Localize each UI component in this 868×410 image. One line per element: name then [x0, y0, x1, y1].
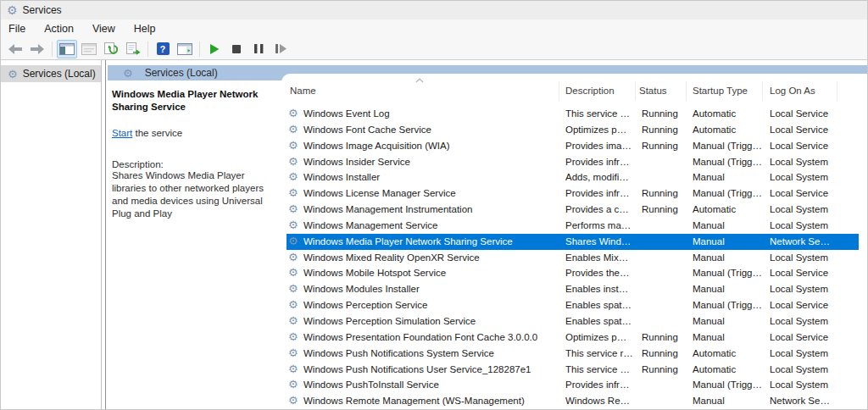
service-logon-as: Local Service — [770, 138, 865, 154]
service-gear-icon: ⚙ — [288, 202, 302, 218]
column-divider — [837, 81, 837, 101]
service-gear-icon: ⚙ — [288, 265, 302, 281]
service-description: Enables Mix… — [565, 250, 638, 266]
service-gear-icon: ⚙ — [288, 377, 302, 393]
details-pane: ⚙ Services (Local) Windows Media Player … — [105, 60, 867, 409]
table-row[interactable]: ⚙ Windows Event Log This service … Runni… — [287, 106, 859, 122]
table-row[interactable]: ⚙ Windows Presentation Foundation Font C… — [287, 330, 859, 346]
column-header-logon-as[interactable]: Log On As — [770, 86, 815, 96]
table-row[interactable]: ⚙ Windows PushToInstall Service Provides… — [287, 377, 859, 393]
properties-icon — [81, 43, 97, 55]
service-startup-type: Automatic — [693, 122, 767, 138]
properties-button[interactable] — [79, 40, 99, 58]
service-description: Optimizes p… — [565, 330, 638, 346]
service-logon-as: Local System — [770, 218, 865, 234]
forward-button[interactable] — [27, 40, 47, 58]
pause-service-button[interactable] — [248, 40, 269, 58]
help-button[interactable]: ? — [153, 40, 173, 58]
table-row[interactable]: ⚙ Windows License Manager Service Provid… — [287, 186, 859, 202]
service-logon-as: Local System — [770, 346, 865, 362]
service-startup-type: Automatic — [693, 346, 767, 362]
table-row[interactable]: ⚙ Windows Media Player Network Sharing S… — [287, 234, 859, 250]
table-row[interactable]: ⚙ Windows Mixed Reality OpenXR Service E… — [287, 250, 859, 266]
service-logon-as: Network Se… — [770, 393, 865, 409]
service-gear-icon: ⚙ — [288, 313, 302, 330]
pane-header-title: Services (Local) — [145, 67, 218, 79]
description-label: Description: — [112, 159, 281, 169]
table-row[interactable]: ⚙ Windows Push Notifications User Servic… — [287, 362, 859, 378]
service-startup-type: Manual — [693, 218, 767, 234]
table-row[interactable]: ⚙ Windows Management Instrumentation Pro… — [287, 202, 859, 218]
service-gear-icon: ⚙ — [288, 330, 302, 346]
stop-icon — [232, 45, 241, 53]
table-row[interactable]: ⚙ Windows Insider Service Provides infr…… — [287, 154, 859, 170]
service-description: Provides a c… — [565, 202, 638, 218]
service-logon-as: Local System — [770, 362, 865, 378]
column-header-description[interactable]: Description — [565, 86, 615, 96]
table-row[interactable]: ⚙ Windows Font Cache Service Optimizes p… — [287, 122, 859, 138]
service-name: Windows Image Acquisition (WIA) — [303, 138, 563, 154]
service-logon-as: Local System — [770, 313, 865, 330]
content-area: ⚙ Services (Local) ⚙ Services (Local) Wi… — [1, 60, 867, 409]
service-logon-as: Local System — [770, 202, 865, 218]
start-service-link[interactable]: Start — [112, 128, 132, 138]
service-name: Windows Perception Service — [303, 297, 563, 313]
refresh-button[interactable] — [101, 40, 121, 58]
export-list-button[interactable] — [123, 40, 143, 58]
service-name: Windows Mobile Hotspot Service — [303, 265, 563, 281]
services-gear-icon: ⚙ — [123, 68, 133, 79]
tree-item-services-local[interactable]: ⚙ Services (Local) — [1, 65, 101, 82]
restart-service-button[interactable] — [270, 40, 291, 58]
show-console-tree-button[interactable] — [57, 40, 77, 58]
table-row[interactable]: ⚙ Windows Modules Installer Enables inst… — [287, 281, 859, 297]
service-description: Performs ma… — [565, 218, 638, 234]
column-divider — [686, 81, 687, 101]
service-name: Windows Perception Simulation Service — [303, 313, 563, 330]
table-row[interactable]: ⚙ Windows Management Service Performs ma… — [287, 218, 859, 234]
services-gear-icon: ⚙ — [7, 4, 18, 16]
service-startup-type: Manual — [693, 330, 767, 346]
table-row[interactable]: ⚙ Windows Mobile Hotspot Service Provide… — [287, 265, 859, 281]
menu-view[interactable]: View — [83, 19, 125, 38]
service-startup-type: Manual — [693, 313, 767, 330]
toolbar-separator — [199, 42, 200, 57]
table-row[interactable]: ⚙ Windows Remote Management (WS-Manageme… — [287, 393, 859, 409]
service-description: Enables spat… — [565, 313, 638, 330]
table-row[interactable]: ⚙ Windows Installer Adds, modifi… Manual… — [287, 169, 859, 186]
service-startup-type: Manual — [693, 169, 767, 186]
column-header-name[interactable]: Name — [290, 86, 316, 96]
table-row[interactable]: ⚙ Windows Perception Simulation Service … — [287, 313, 859, 330]
selected-service-title: Windows Media Player Network Sharing Ser… — [112, 88, 281, 114]
refresh-icon — [104, 42, 118, 55]
back-button[interactable] — [5, 40, 25, 58]
service-name: Windows Insider Service — [303, 154, 563, 170]
service-description: Shares Wind… — [565, 234, 638, 250]
table-row[interactable]: ⚙ Windows Perception Service Enables spa… — [287, 297, 859, 313]
table-row[interactable]: ⚙ Windows Push Notifications System Serv… — [287, 346, 859, 362]
column-header-status[interactable]: Status — [639, 86, 667, 96]
column-divider — [762, 81, 763, 101]
table-row[interactable]: ⚙ Windows Image Acquisition (WIA) Provid… — [287, 138, 859, 154]
restart-icon — [275, 44, 287, 53]
service-logon-as: Local System — [770, 169, 865, 186]
service-status: Running — [642, 186, 689, 202]
service-description: Windows Re… — [565, 393, 638, 409]
service-name: Windows Remote Management (WS-Management… — [303, 393, 563, 409]
show-action-pane-button[interactable] — [175, 40, 195, 58]
menu-file[interactable]: File — [1, 19, 35, 38]
service-logon-as: Local Service — [770, 106, 865, 122]
console-tree-icon — [59, 43, 75, 55]
menu-action[interactable]: Action — [35, 19, 83, 38]
menu-help[interactable]: Help — [125, 19, 165, 38]
service-description: This service … — [565, 362, 638, 378]
service-description: Enables spat… — [565, 297, 638, 313]
service-description: Provides the… — [565, 265, 638, 281]
service-description: Provides infr… — [565, 186, 638, 202]
start-service-button[interactable] — [204, 40, 225, 58]
service-startup-type: Automatic — [693, 202, 767, 218]
column-header-startup-type[interactable]: Startup Type — [693, 86, 748, 96]
column-divider — [559, 81, 559, 101]
help-icon: ? — [157, 42, 170, 55]
service-gear-icon: ⚙ — [288, 106, 302, 122]
stop-service-button[interactable] — [226, 40, 247, 58]
